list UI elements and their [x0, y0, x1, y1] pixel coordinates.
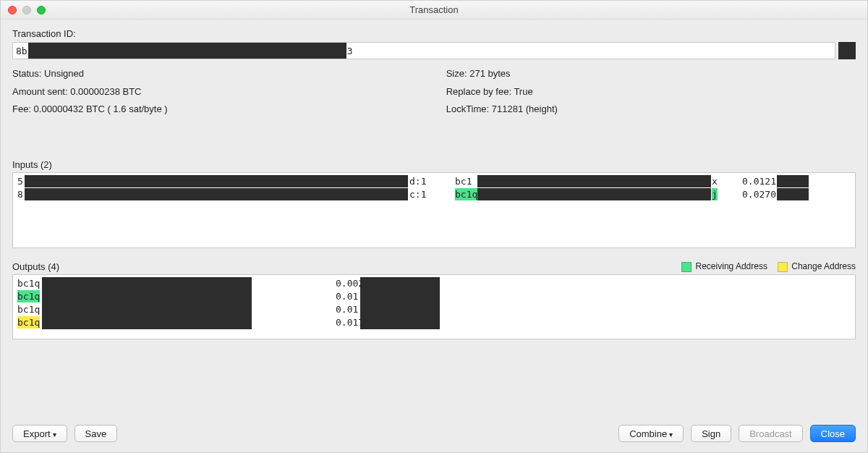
output-amount-redacted [360, 277, 440, 329]
size-line: Size: 271 bytes [446, 65, 851, 83]
output-addr-pre: bc1q [17, 290, 40, 302]
combine-button[interactable]: Combine ▾ [618, 425, 684, 442]
input-amount-redacted [777, 175, 809, 187]
outputs-header: Outputs (4) [12, 261, 59, 272]
input-row: 5 d:1 bc1 x 0.0121 [17, 175, 851, 188]
minimize-window-icon[interactable] [22, 6, 31, 14]
input-addr-suf: j [712, 188, 718, 200]
input-row: 8 c:1 bc1q j 0.0270 [17, 188, 851, 201]
outputs-panel[interactable]: bc1q 0.002 bc1q 0.01 bc1q 0.01 bc1q 0.01… [12, 274, 856, 339]
output-addr-redacted [42, 277, 252, 329]
locktime-line: LockTime: 711281 (height) [446, 101, 851, 119]
output-addr-pre: bc1q [17, 303, 40, 316]
inputs-panel[interactable]: 5 d:1 bc1 x 0.0121 8 c:1 bc1q j 0.0270 [12, 172, 856, 248]
outputs-legend: Receiving Address Change Address [681, 261, 856, 272]
tx-stats: Status: Unsigned Amount sent: 0.00000238… [12, 65, 856, 119]
zoom-window-icon[interactable] [37, 6, 46, 14]
status-line: Status: Unsigned [12, 65, 417, 83]
output-amount: 0.01 [336, 303, 358, 316]
txid-field[interactable]: 8b 3 [12, 42, 835, 59]
input-amount: 0.0121 [742, 175, 776, 187]
inputs-header: Inputs (2) [12, 159, 52, 170]
output-amount: 0.01 [336, 290, 358, 302]
amount-sent-line: Amount sent: 0.00000238 BTC [12, 83, 417, 101]
change-swatch-icon [778, 262, 788, 272]
sign-button-label: Sign [702, 428, 720, 439]
legend-change-label: Change Address [791, 261, 856, 271]
copy-txid-button[interactable] [838, 42, 856, 59]
input-addr-redacted [477, 188, 711, 200]
broadcast-button: Broadcast [739, 425, 803, 442]
input-addr-pre: bc1 [455, 175, 472, 187]
save-button-label: Save [85, 428, 107, 439]
input-txref-pre: 5 [17, 175, 23, 187]
stats-right: Size: 271 bytes Replace by fee: True Loc… [446, 65, 851, 119]
input-txref-redacted [25, 188, 408, 200]
close-button-label: Close [821, 428, 845, 439]
legend-receiving: Receiving Address [681, 261, 767, 272]
traffic-lights [8, 6, 46, 14]
titlebar: Transaction [1, 1, 867, 20]
save-button[interactable]: Save [75, 425, 118, 442]
close-window-icon[interactable] [8, 6, 17, 14]
footer-buttons: Export ▾ Save Combine ▾ Sign Broadcast C… [1, 419, 867, 452]
input-amount: 0.0270 [742, 188, 776, 200]
rbf-line: Replace by fee: True [446, 83, 851, 101]
txid-prefix: 8b [16, 46, 27, 56]
output-addr-pre: bc1q [17, 277, 40, 289]
export-button-label: Export [23, 428, 51, 439]
window-title: Transaction [1, 4, 867, 15]
chevron-down-icon: ▾ [53, 431, 56, 439]
fee-line: Fee: 0.00000432 BTC ( 1.6 sat/byte ) [12, 101, 417, 119]
stats-left: Status: Unsigned Amount sent: 0.00000238… [12, 65, 417, 119]
combine-button-label: Combine [629, 428, 667, 439]
txid-redacted [28, 43, 346, 59]
broadcast-button-label: Broadcast [749, 428, 792, 439]
txid-row: 8b 3 [12, 42, 856, 59]
legend-change: Change Address [778, 261, 856, 272]
content-area: Transaction ID: 8b 3 Status: Unsigned Am… [1, 20, 867, 419]
input-txref-suf: d:1 [409, 175, 426, 187]
inputs-header-row: Inputs (2) [12, 159, 856, 170]
input-addr-suf: x [712, 175, 718, 187]
sign-button[interactable]: Sign [691, 425, 731, 442]
transaction-window: Transaction Transaction ID: 8b 3 Status:… [0, 0, 868, 453]
outputs-header-row: Outputs (4) Receiving Address Change Add… [12, 261, 856, 272]
input-txref-suf: c:1 [409, 188, 426, 200]
close-button[interactable]: Close [810, 425, 856, 442]
input-addr-redacted [477, 175, 711, 187]
chevron-down-icon: ▾ [669, 431, 673, 439]
output-addr-pre: bc1q [17, 316, 40, 329]
receiving-swatch-icon [681, 262, 692, 272]
input-txref-pre: 8 [17, 188, 23, 200]
input-txref-redacted [25, 175, 408, 187]
legend-receiving-label: Receiving Address [696, 261, 767, 271]
txid-label: Transaction ID: [12, 28, 856, 39]
input-addr-pre: bc1q [455, 188, 477, 200]
export-button[interactable]: Export ▾ [12, 425, 67, 442]
input-amount-redacted [777, 188, 809, 200]
txid-suffix: 3 [347, 46, 353, 56]
